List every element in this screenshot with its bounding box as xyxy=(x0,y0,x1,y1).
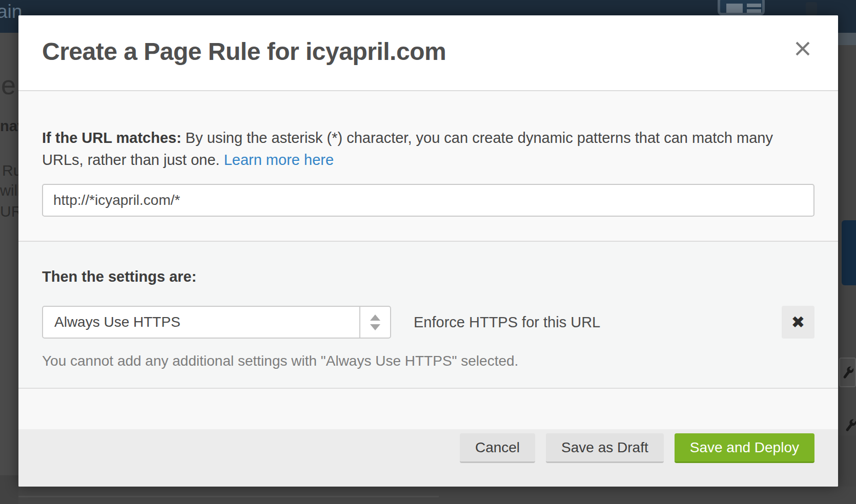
modal-title: Create a Page Rule for icyapril.com xyxy=(42,38,446,66)
backdrop-seam xyxy=(0,475,18,504)
url-match-label: If the URL matches: xyxy=(42,130,181,146)
background-text-fragment: UR xyxy=(0,203,18,220)
backdrop-bottom-strip xyxy=(18,487,856,504)
chevron-up-icon xyxy=(370,314,380,321)
backdrop-left-strip: e nav Ru will UR xyxy=(0,33,18,504)
background-text-fragment: Ru xyxy=(2,162,18,179)
grid-icon-bar xyxy=(747,9,761,13)
url-match-help-text: If the URL matches: By using the asteris… xyxy=(42,127,811,171)
remove-setting-button[interactable]: ✖ xyxy=(782,306,814,339)
wrench-icon xyxy=(840,364,856,381)
settings-heading: Then the settings are: xyxy=(42,268,814,285)
save-as-draft-button[interactable]: Save as Draft xyxy=(546,433,664,463)
setting-description: Enforce HTTPS for this URL xyxy=(414,314,600,331)
backdrop-block xyxy=(838,33,856,45)
cancel-button[interactable]: Cancel xyxy=(460,433,535,463)
learn-more-link[interactable]: Learn more here xyxy=(224,152,334,168)
wrench-icon xyxy=(843,418,856,433)
url-pattern-input[interactable] xyxy=(42,184,814,217)
footer-spacer xyxy=(18,388,838,429)
close-button[interactable] xyxy=(791,37,814,60)
backdrop-right-strip xyxy=(838,33,856,504)
page-rule-modal: Create a Page Rule for icyapril.com If t… xyxy=(18,15,838,487)
url-match-section: If the URL matches: By using the asteris… xyxy=(18,91,838,241)
background-text-fragment: will xyxy=(0,182,18,199)
remove-setting-icon: ✖ xyxy=(791,312,805,332)
setting-note: You cannot add any additional settings w… xyxy=(42,353,814,369)
settings-section: Then the settings are: Always Use HTTPS … xyxy=(18,242,838,388)
backdrop-seam xyxy=(18,496,439,497)
setting-row: Always Use HTTPS Enforce HTTPS for this … xyxy=(42,306,814,339)
save-and-deploy-button[interactable]: Save and Deploy xyxy=(675,433,814,463)
close-icon xyxy=(794,40,811,57)
select-up-down-icon xyxy=(359,307,390,338)
grid-icon-bar xyxy=(747,4,761,7)
chevron-down-icon xyxy=(370,324,380,330)
background-text-fragment: nav xyxy=(0,118,18,135)
partial-icon xyxy=(806,2,817,15)
screen: ain. e nav Ru will UR xyxy=(0,0,856,504)
setting-select-value: Always Use HTTPS xyxy=(43,307,359,338)
layout-grid-icon xyxy=(718,0,765,15)
modal-header: Create a Page Rule for icyapril.com xyxy=(18,15,838,90)
backdrop-blue-button-fragment xyxy=(842,220,856,285)
modal-footer: Cancel Save as Draft Save and Deploy xyxy=(18,429,838,487)
background-text-fragment: e xyxy=(1,70,16,100)
grid-icon-square xyxy=(726,4,743,13)
wrench-button-fragment xyxy=(839,358,856,387)
setting-select[interactable]: Always Use HTTPS xyxy=(42,306,391,339)
